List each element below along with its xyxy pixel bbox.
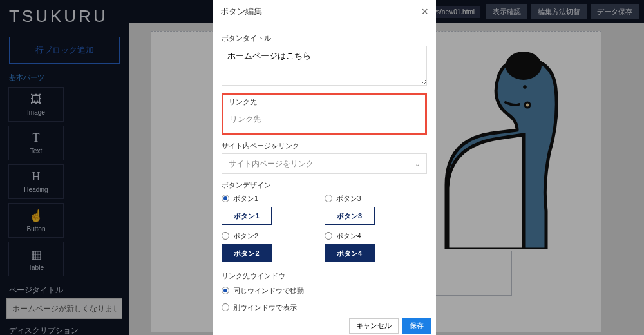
radio-icon [222, 195, 229, 202]
design-sample-button1: ボタン1 [222, 207, 272, 225]
design-radio-button4[interactable]: ボタン4 [325, 230, 428, 242]
radio-icon [325, 195, 332, 202]
modal-footer: キャンセル 保存 [213, 316, 436, 335]
radio-label: ボタン1 [233, 194, 258, 204]
radio-label: 別ウインドウで表示 [233, 303, 297, 312]
radio-icon [222, 303, 229, 311]
chevron-down-icon: ⌄ [415, 160, 420, 168]
link-destination-group-highlight: リンク先 [222, 93, 427, 135]
design-radio-button2[interactable]: ボタン2 [222, 230, 325, 242]
design-radio-button3[interactable]: ボタン3 [325, 193, 428, 204]
radio-label: 同じウインドウで移動 [233, 286, 304, 296]
site-page-link-label: サイト内ページをリンク [222, 141, 427, 151]
close-icon[interactable]: × [421, 6, 428, 17]
design-radio-button1[interactable]: ボタン1 [222, 193, 325, 204]
modal-title: ボタン編集 [220, 6, 262, 17]
link-destination-label: リンク先 [229, 97, 420, 107]
button-title-input[interactable] [222, 46, 427, 86]
modal-body: ボタンタイトル リンク先 サイト内ページをリンク サイト内ページをリンク ⌄ ボ… [213, 23, 436, 316]
modal-header: ボタン編集 × [213, 0, 436, 23]
design-sample-button3: ボタン3 [325, 207, 375, 225]
radio-icon [222, 287, 229, 294]
button-design-label: ボタンデザイン [222, 180, 427, 190]
link-window-same-radio[interactable]: 同じウインドウで移動 [222, 285, 427, 296]
design-sample-button4: ボタン4 [325, 244, 375, 262]
site-page-link-selected: サイト内ページをリンク [229, 158, 314, 169]
design-sample-button2: ボタン2 [222, 244, 272, 262]
radio-label: ボタン4 [336, 231, 361, 241]
button-title-label: ボタンタイトル [222, 34, 427, 43]
button-edit-modal: ボタン編集 × ボタンタイトル リンク先 サイト内ページをリンク サイト内ページ… [213, 0, 436, 335]
radio-label: ボタン2 [233, 231, 258, 241]
radio-icon [325, 232, 332, 240]
site-page-link-select[interactable]: サイト内ページをリンク ⌄ [222, 153, 427, 174]
radio-label: ボタン3 [336, 194, 361, 204]
link-window-new-radio[interactable]: 別ウインドウで表示 [222, 302, 427, 313]
link-destination-input[interactable] [229, 110, 420, 128]
link-window-label: リンク先ウインドウ [222, 271, 427, 281]
radio-icon [222, 232, 229, 240]
cancel-button[interactable]: キャンセル [349, 318, 399, 334]
save-button[interactable]: 保存 [402, 318, 431, 334]
